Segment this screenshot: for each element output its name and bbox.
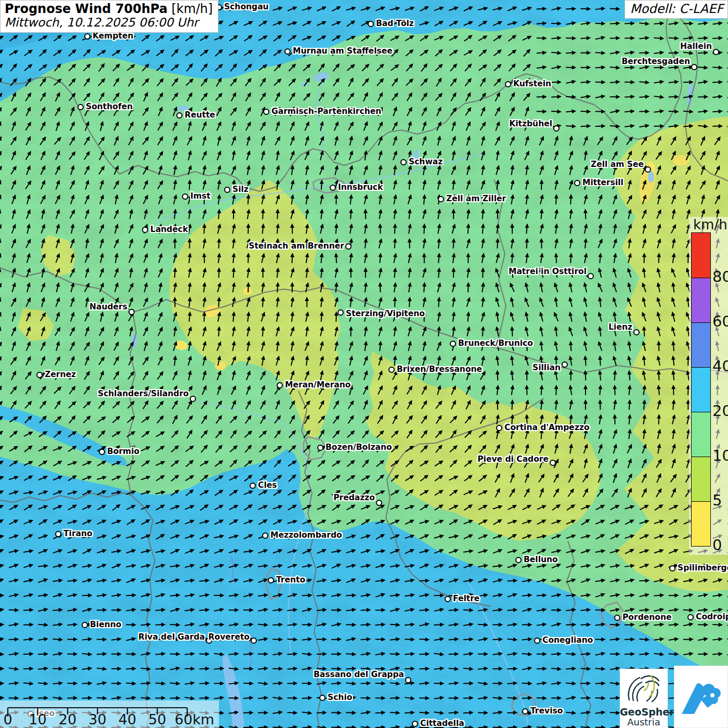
legend-color-bar [691, 232, 711, 547]
legend-segment [692, 322, 710, 367]
map-valid-time: Mittwoch, 10.12.2025 06:00 Uhr [5, 16, 213, 30]
legend-unit-label: km/h [693, 217, 727, 232]
geosphere-org-name: GeoSphere [620, 707, 668, 718]
legend-tick-label: 0 [712, 536, 722, 554]
geosphere-country: Austria [620, 718, 668, 727]
legend-tick-label: 20 [712, 402, 728, 420]
scale-tick-label: 0 [3, 711, 12, 727]
scale-tick-label: 50 [148, 711, 166, 727]
legend-tick-label: 60 [712, 313, 728, 330]
scale-tick-label: 40 [119, 711, 136, 727]
scale-tick-label: 20 [59, 711, 76, 727]
legend-tick-label: 40 [712, 357, 728, 375]
title-box: Prognose Wind 700hPa [km/h] Mittwoch, 10… [0, 0, 218, 33]
legend-segment [692, 501, 710, 546]
geosphere-contour-icon [620, 669, 668, 706]
scale-tick-label: 60km [175, 711, 214, 727]
partner-logo [674, 666, 728, 728]
map-canvas [0, 0, 728, 728]
legend-segment [692, 278, 710, 322]
legend-segment [692, 367, 710, 412]
legend-tick-label: 5 [712, 491, 722, 509]
legend-segment [692, 233, 710, 278]
scale-bar: 0102030405060km [0, 700, 219, 728]
scale-tick-label: 10 [29, 711, 46, 727]
legend-tick-label: 80 [712, 268, 728, 285]
legend-segment [692, 457, 710, 501]
geosphere-logo: GeoSphere Austria [620, 669, 668, 728]
mountain-cloud-icon [674, 666, 727, 727]
legend-tick-label: 10 [712, 447, 728, 464]
legend-segment [692, 412, 710, 457]
wind-speed-legend: km/h 806040201050 [689, 217, 728, 555]
model-label: Modell: C-LAEF [625, 0, 728, 19]
scale-tick-label: 30 [88, 711, 106, 727]
wind-forecast-map: SchongauBad TölzKemptenMurnau am Staffel… [0, 0, 728, 728]
map-title: Prognose Wind 700hPa [km/h] [5, 2, 213, 16]
